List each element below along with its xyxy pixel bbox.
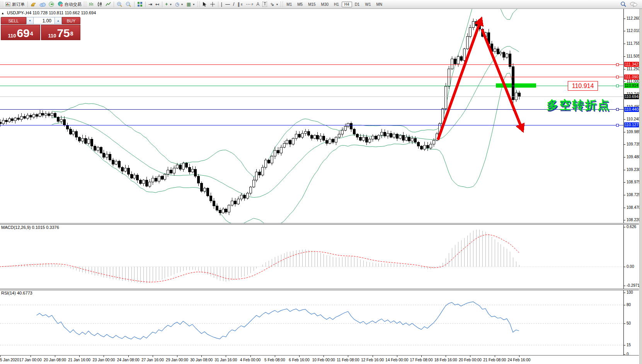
zoom-out-icon <box>126 2 131 7</box>
timeframe-group: M1M5M15M30H1H4D1W1MN <box>284 2 385 7</box>
templates-icon: ▦ <box>187 2 191 7</box>
time-tick <box>104 356 104 357</box>
macd-label: MACD(12,26,9) 0.1015 0.3376 <box>1 225 59 230</box>
dropdown-caret-icon: ▼ <box>181 3 184 6</box>
volume-decrease-button[interactable]: ▼ <box>26 17 34 24</box>
templates-button[interactable]: ▦▼ <box>185 0 197 8</box>
macd-tick <box>624 286 625 286</box>
rsi-tick <box>624 345 625 345</box>
zoom-in-button[interactable] <box>115 0 124 8</box>
price-tick <box>624 144 625 145</box>
timeframe-button-d1[interactable]: D1 <box>352 2 363 7</box>
macd-panel-plot[interactable] <box>0 225 623 288</box>
equidistant-channel-icon: ∥ <box>237 2 240 7</box>
timeframe-button-mn[interactable]: MN <box>373 2 385 7</box>
candlestick-icon <box>97 2 102 7</box>
toolbar-grip <box>84 2 86 7</box>
timeframe-button-h4[interactable]: H4 <box>342 2 352 7</box>
price-tick-label: 111.505 <box>627 54 640 58</box>
text-label-button[interactable]: T <box>261 0 269 8</box>
price-tick-label: 109.985 <box>627 130 640 134</box>
price-tick <box>624 31 625 31</box>
timeframe-button-m5[interactable]: M5 <box>295 2 305 7</box>
main-chart-plot[interactable] <box>0 8 623 223</box>
virtual-hosting-button[interactable] <box>38 0 47 8</box>
indicators-button[interactable]: +▼ <box>163 0 174 8</box>
trendline-button[interactable]: / <box>232 0 236 8</box>
symbol-period-label: USDJPY-,H4 <box>7 10 31 15</box>
auto-scroll-button[interactable]: ⇥ <box>147 0 154 8</box>
crosshair-button[interactable] <box>208 0 217 8</box>
rsi-tick <box>624 323 625 324</box>
macd-values: 0.1015 0.3376 <box>32 225 59 230</box>
chat-icon[interactable] <box>630 2 637 7</box>
price-annotation-label[interactable]: 110.914 <box>568 81 598 91</box>
macd-name: MACD(12,26,9) <box>1 225 31 230</box>
sell-price-button[interactable]: 110694 <box>1 25 40 40</box>
mt4-terminal: 新订单 自动交易 <box>0 0 642 364</box>
separator <box>134 2 135 7</box>
vertical-line-button[interactable]: | <box>220 0 224 8</box>
macd-tick <box>624 227 625 227</box>
autotrading-button[interactable]: 自动交易 <box>56 0 83 8</box>
price-badge-110.694: 110.694 <box>624 94 639 99</box>
bollinger-band-line <box>52 8 519 176</box>
time-tick <box>79 356 80 357</box>
bar-chart-button[interactable] <box>87 0 95 8</box>
oneclick-collapse-toggle[interactable]: ▲ <box>1 12 4 15</box>
chart-ohlc-header: ▲ USDJPY-,H4 110.728 110.811 110.662 110… <box>1 10 96 15</box>
timeframe-button-m15[interactable]: M15 <box>305 2 318 7</box>
text-button[interactable]: A <box>255 0 261 8</box>
buy-button[interactable]: BUY <box>62 17 80 24</box>
rsi-panel-plot[interactable] <box>0 290 623 355</box>
cursor-button[interactable] <box>201 0 208 8</box>
down-trend-arrow[interactable] <box>482 29 521 127</box>
line-chart-button[interactable] <box>104 0 112 8</box>
volume-increase-button[interactable]: ▲ <box>54 17 62 24</box>
rsi-tick-label: 15 <box>627 343 631 347</box>
signals-button[interactable] <box>47 0 56 8</box>
timeframe-button-m30[interactable]: M30 <box>318 2 331 7</box>
macd-tick <box>624 267 625 267</box>
bid-big: 69 <box>17 28 29 39</box>
candlestick-chart-button[interactable] <box>95 0 104 8</box>
rsi-tick <box>624 293 625 293</box>
autotrading-label: 自动交易 <box>65 2 82 7</box>
time-tick <box>0 356 0 357</box>
window-edge-strip <box>639 8 642 364</box>
volume-input[interactable]: 1.00 <box>34 17 54 24</box>
new-order-button[interactable]: 新订单 <box>4 0 26 8</box>
fibonacci-button[interactable]: ⋯F <box>244 0 255 8</box>
timeframe-button-w1[interactable]: W1 <box>362 2 373 7</box>
chart-shift-button[interactable]: ↤ <box>154 0 161 8</box>
price-axis[interactable]: 112.260112.010111.755111.505111.250111.0… <box>623 8 639 355</box>
time-tick <box>299 356 300 357</box>
buy-price-button[interactable]: 110758 <box>41 25 80 40</box>
price-tick-label: 111.250 <box>627 67 640 71</box>
panel-splitter[interactable] <box>0 289 639 290</box>
main-toolbar: 新订单 自动交易 <box>0 0 642 9</box>
bollinger-band-line <box>52 73 519 223</box>
rsi-tick <box>624 305 625 305</box>
timeframe-button-m1[interactable]: M1 <box>284 2 295 7</box>
analysis-note-text[interactable]: 多空转折点 <box>547 97 610 113</box>
up-trend-arrow[interactable] <box>438 22 480 140</box>
price-tick <box>624 19 625 19</box>
ask-prefix: 110 <box>48 33 56 39</box>
periods-button[interactable]: ◷▼ <box>174 0 185 8</box>
channel-button[interactable]: ∥E <box>236 0 244 8</box>
price-tick <box>624 170 625 170</box>
horizontal-line-button[interactable]: — <box>224 0 232 8</box>
zoom-out-button[interactable] <box>124 0 133 8</box>
cloud-icon <box>39 2 46 7</box>
search-icon[interactable] <box>620 1 627 7</box>
sell-button[interactable]: SELL <box>1 17 26 24</box>
time-axis[interactable]: 5 Jan 202017 Jan 00:0020 Jan 08:0021 Jan… <box>0 355 639 364</box>
panel-splitter[interactable] <box>0 223 639 225</box>
timeframe-button-h1[interactable]: H1 <box>331 2 342 7</box>
market-button[interactable] <box>29 0 38 8</box>
time-tick <box>201 356 202 357</box>
separator <box>27 2 28 7</box>
arrows-button[interactable]: ⇘▼ <box>269 0 280 8</box>
tile-windows-button[interactable] <box>136 0 144 8</box>
